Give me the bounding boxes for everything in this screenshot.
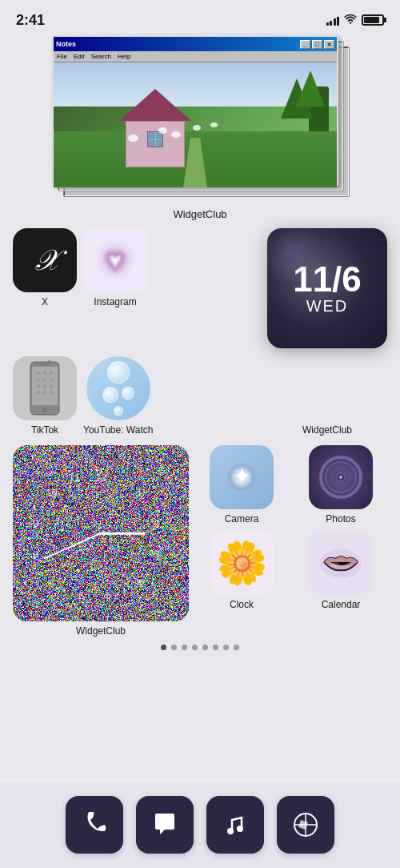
calendar-app-item[interactable]: Calendar: [294, 531, 387, 610]
camera-svg: ✦: [222, 457, 262, 497]
clock-num-10: 10: [46, 487, 57, 499]
app-row-3: 12 1 2 3 4 5 6 7 8 9 10 11: [13, 445, 387, 637]
photos-app-label: Photos: [326, 513, 355, 524]
svg-point-11: [43, 384, 46, 388]
phone-icon-svg: [78, 809, 110, 841]
messages-dock-icon[interactable]: [136, 796, 194, 854]
clock-num-8: 8: [33, 549, 38, 561]
clock-app-item[interactable]: 🌼 Clock: [195, 531, 288, 610]
svg-point-9: [50, 378, 53, 381]
clock-widget-label: WidgetClub: [76, 625, 126, 637]
svg-point-10: [37, 384, 40, 388]
clock-app-icon[interactable]: 🌼: [210, 531, 274, 595]
phone-dock-icon[interactable]: [66, 796, 123, 854]
signal-icon: [326, 14, 340, 26]
date-widget[interactable]: 11/6 WED: [267, 228, 387, 348]
dot-5[interactable]: [202, 645, 208, 650]
dot-3[interactable]: [182, 645, 187, 650]
photos-app-item[interactable]: Photos: [294, 445, 387, 524]
tiktok-app-label: TikTok: [31, 424, 58, 436]
svg-point-13: [37, 391, 40, 394]
menu-edit[interactable]: Edit: [74, 53, 85, 60]
svg-point-14: [43, 391, 46, 394]
x-app-icon[interactable]: 𝒳: [13, 228, 77, 292]
minute-hand: [43, 532, 101, 560]
date-day: WED: [306, 297, 349, 315]
youtube-app-icon[interactable]: [86, 356, 150, 420]
calendar-app-icon[interactable]: [309, 531, 373, 595]
win-photo-content: [54, 62, 337, 187]
dot-8[interactable]: [234, 645, 239, 650]
svg-point-15: [50, 391, 53, 394]
x-app-item[interactable]: 𝒳 X: [13, 228, 77, 348]
svg-point-5: [43, 372, 46, 375]
widgetclub-date-label: WidgetClub: [302, 424, 352, 436]
status-icons: [326, 14, 385, 26]
clock-num-4: 4: [137, 577, 142, 589]
dot-1[interactable]: [161, 645, 166, 650]
widgetclub-label: WidgetClub: [173, 208, 226, 220]
wifi-icon: [344, 14, 357, 26]
clock-face: 12 1 2 3 4 5 6 7 8 9 10 11: [13, 445, 189, 621]
right-grid: ✦ Camera Phot: [195, 445, 387, 610]
music-icon-svg: [219, 809, 251, 841]
clock-num-11: 11: [69, 471, 80, 483]
tiktok-phone-svg: [24, 360, 66, 416]
safari-dock-icon[interactable]: [277, 796, 334, 854]
svg-point-4: [37, 372, 40, 375]
menu-search[interactable]: Search: [91, 53, 111, 60]
dot-6[interactable]: [213, 645, 218, 650]
date-widget-item[interactable]: 11/6 WED: [267, 228, 387, 348]
dock: [0, 780, 400, 868]
svg-point-2: [42, 408, 47, 412]
home-screen: Notes _ □ × File Edit Search Help: [0, 35, 400, 650]
win-title: Notes: [56, 40, 76, 48]
win-maximize: □: [312, 40, 322, 49]
clock-num-2: 2: [154, 516, 160, 528]
clock-widget-wrap[interactable]: 12 1 2 3 4 5 6 7 8 9 10 11: [13, 445, 189, 637]
tiktok-app-item[interactable]: TikTok: [13, 356, 77, 436]
clock-num-9: 9: [33, 516, 38, 528]
clock-num-1: 1: [137, 487, 142, 499]
instagram-heart: ♥ ♥ ♥: [95, 240, 135, 280]
camera-app-icon[interactable]: ✦: [210, 445, 274, 509]
instagram-app-item[interactable]: ♥ ♥ ♥ Instagram: [83, 228, 147, 348]
menu-help[interactable]: Help: [118, 53, 130, 60]
svg-point-28: [237, 826, 243, 832]
svg-point-8: [43, 378, 46, 381]
clock-num-5: 5: [105, 589, 110, 601]
bubble-large: [107, 361, 130, 384]
camera-app-item[interactable]: ✦ Camera: [195, 445, 288, 524]
svg-rect-3: [40, 364, 50, 365]
youtube-app-item[interactable]: YouTube: Watch: [83, 356, 153, 436]
x-icon-letter: 𝒳: [34, 243, 56, 277]
win-minimize: _: [300, 40, 310, 49]
svg-point-27: [227, 828, 234, 834]
camera-app-label: Camera: [225, 513, 259, 524]
clock-app-label: Clock: [230, 599, 254, 610]
battery-icon: [362, 14, 384, 26]
music-dock-icon[interactable]: [206, 796, 264, 854]
bubble-tiny: [114, 406, 123, 416]
dot-4[interactable]: [192, 645, 198, 650]
x-app-label: X: [42, 296, 48, 307]
win-close: ×: [324, 40, 334, 49]
menu-file[interactable]: File: [57, 53, 67, 60]
win-menubar: File Edit Search Help: [54, 51, 337, 62]
bubble-small: [122, 387, 134, 400]
tiktok-app-icon[interactable]: [13, 356, 77, 420]
photos-svg: [318, 455, 363, 500]
clock-widget[interactable]: 12 1 2 3 4 5 6 7 8 9 10 11: [13, 445, 189, 621]
instagram-app-icon[interactable]: ♥ ♥ ♥: [83, 228, 147, 292]
dot-7[interactable]: [223, 645, 229, 650]
status-bar: 2:41: [0, 0, 400, 35]
hour-hand: [101, 532, 145, 535]
photos-app-icon[interactable]: [309, 445, 373, 509]
svg-point-26: [331, 562, 339, 566]
widgetclub-large-widget[interactable]: Notes _ □ × File Edit Search Help: [13, 35, 387, 220]
svg-point-12: [50, 384, 53, 388]
bubble-medium: [102, 387, 118, 403]
dot-2[interactable]: [171, 645, 177, 650]
youtube-app-label: YouTube: Watch: [83, 424, 153, 436]
instagram-app-label: Instagram: [94, 296, 136, 307]
